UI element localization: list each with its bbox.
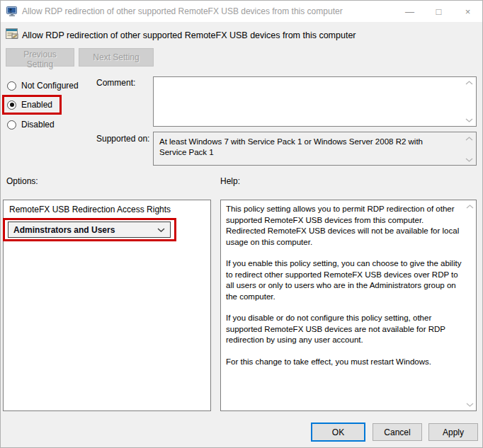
window-controls: — □ × (395, 1, 482, 22)
supported-scroll-down-icon[interactable] (465, 158, 473, 162)
help-scroll-up-icon[interactable] (466, 205, 474, 209)
radio-row-not-configured[interactable]: Not Configured (2, 76, 88, 96)
comment-scroll-up-icon[interactable] (465, 81, 473, 85)
policy-title: Allow RDP redirection of other supported… (22, 30, 356, 40)
radio-button-icon[interactable] (7, 120, 16, 130)
radio-label: Not Configured (21, 81, 79, 91)
ok-button[interactable]: OK (311, 423, 365, 442)
remote-desktop-app-icon (6, 6, 18, 19)
radio-label: Enabled (21, 100, 52, 110)
apply-button[interactable]: Apply (428, 423, 478, 441)
supported-on-box: At least Windows 7 with Service Pack 1 o… (153, 132, 477, 166)
supported-scroll-up-icon[interactable] (465, 137, 473, 141)
radio-button-icon[interactable] (7, 100, 16, 110)
help-paragraph: If you enable this policy setting, you c… (226, 258, 464, 302)
comment-label: Comment: (96, 78, 135, 88)
close-button[interactable]: × (453, 1, 482, 22)
policy-setting-dialog: Allow RDP redirection of other supported… (0, 0, 483, 448)
minimize-button[interactable]: — (395, 1, 424, 22)
window-title: Allow RDP redirection of other supported… (22, 6, 343, 16)
titlebar[interactable]: Allow RDP redirection of other supported… (1, 1, 482, 22)
options-label: Options: (6, 176, 38, 186)
comment-scroll-down-icon[interactable] (465, 118, 473, 122)
access-rights-dropdown[interactable]: Adminstrators and Users (8, 222, 171, 238)
help-label: Help: (220, 176, 240, 186)
help-paragraph: If you disable or do not configure this … (226, 313, 464, 346)
dropdown-selected-value: Adminstrators and Users (13, 225, 115, 235)
previous-setting-button[interactable]: Previous Setting (6, 48, 74, 67)
radio-label: Disabled (21, 120, 55, 130)
radio-row-enabled[interactable]: Enabled (2, 95, 62, 115)
supported-on-text: At least Windows 7 with Service Pack 1 o… (159, 137, 423, 156)
supported-on-label: Supported on: (96, 134, 149, 144)
radio-row-disabled[interactable]: Disabled (2, 115, 64, 134)
help-paragraph: For this change to take effect, you must… (226, 357, 464, 368)
chevron-down-icon (157, 228, 165, 232)
help-scroll-down-icon[interactable] (466, 403, 474, 407)
radio-button-icon[interactable] (7, 81, 16, 91)
maximize-button[interactable]: □ (424, 1, 453, 22)
policy-setting-icon (6, 28, 19, 42)
help-text: This policy setting allows you to permit… (226, 204, 464, 378)
access-rights-setting-label: RemoteFX USB Redirection Access Rights (9, 205, 171, 214)
comment-textarea[interactable] (153, 76, 477, 127)
help-paragraph: This policy setting allows you to permit… (226, 204, 464, 248)
cancel-button[interactable]: Cancel (373, 423, 422, 441)
next-setting-button[interactable]: Next Setting (79, 48, 154, 67)
